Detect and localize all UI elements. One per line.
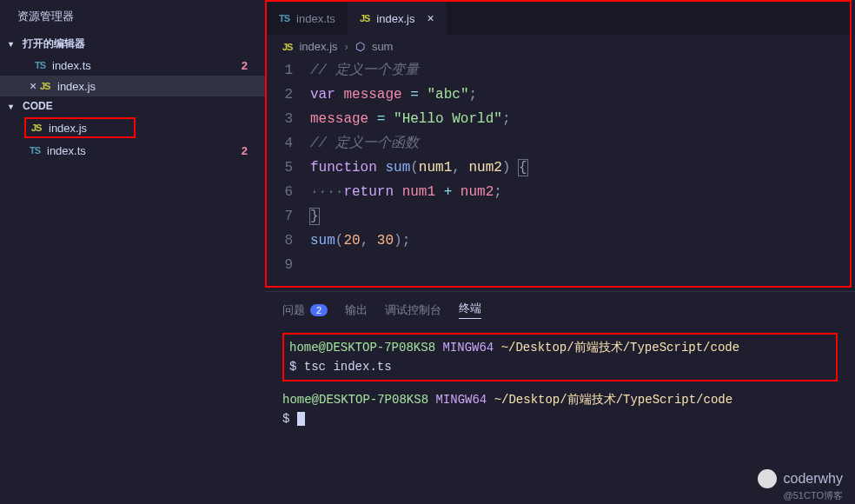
ts-icon: TS [279, 13, 289, 23]
line-number: 3 [275, 107, 310, 131]
breadcrumb-symbol: sum [372, 40, 394, 53]
problem-badge: 2 [233, 59, 256, 72]
terminal-cursor [297, 412, 305, 426]
tab-terminal[interactable]: 终端 [459, 301, 481, 319]
bottom-panel: 问题 2 输出 调试控制台 终端 home@DESKTOP-7P08KS8 MI… [265, 291, 855, 439]
symbol-icon: ⬡ [355, 40, 365, 53]
tab-label: index.ts [296, 12, 335, 25]
line-number: 4 [275, 131, 310, 156]
editor-tabs: TS index.ts JS index.js × [267, 2, 850, 35]
file-label: index.js [49, 122, 125, 135]
watermark: coderwhy [758, 469, 843, 488]
open-editor-item[interactable]: × JS index.js [0, 76, 265, 96]
workspace-header[interactable]: ▾ CODE [0, 96, 265, 116]
terminal[interactable]: home@DESKTOP-7P08KS8 MINGW64 ~/Desktop/前… [265, 328, 855, 439]
terminal-highlight: home@DESKTOP-7P08KS8 MINGW64 ~/Desktop/前… [282, 333, 838, 381]
line-number: 9 [275, 253, 310, 277]
chevron-down-icon: ▾ [9, 39, 23, 49]
js-icon: JS [360, 13, 369, 23]
file-label: index.ts [52, 59, 233, 72]
workspace-file-item[interactable]: JS index.js [24, 117, 136, 138]
breadcrumb-file: index.js [299, 40, 337, 53]
tab-debug-console[interactable]: 调试控制台 [385, 301, 441, 319]
line-number: 5 [275, 156, 310, 180]
chevron-right-icon: › [345, 40, 348, 53]
workspace-file-item[interactable]: TS index.ts 2 [0, 140, 265, 161]
line-number: 8 [275, 229, 310, 253]
chevron-down-icon: ▾ [9, 102, 23, 111]
ts-icon: TS [35, 60, 45, 70]
problems-count-badge: 2 [310, 304, 328, 316]
tab-index-ts[interactable]: TS index.ts [267, 2, 348, 35]
line-number: 7 [275, 204, 310, 229]
code-editor[interactable]: 1// 定义一个变量 2var message = "abc"; 3messag… [267, 58, 850, 286]
main-area: TS index.ts JS index.js × JS index.js › … [265, 0, 855, 504]
panel-tabs: 问题 2 输出 调试控制台 终端 [265, 292, 855, 328]
js-icon: JS [282, 42, 292, 52]
wechat-icon [758, 469, 777, 488]
tab-problems[interactable]: 问题 2 [282, 301, 328, 319]
explorer-sidebar: 资源管理器 ▾ 打开的编辑器 TS index.ts 2 × JS index.… [0, 0, 265, 504]
editor-highlight: TS index.ts JS index.js × JS index.js › … [265, 0, 852, 288]
workspace-label: CODE [23, 100, 53, 112]
line-number: 1 [275, 58, 310, 83]
explorer-title: 资源管理器 [0, 0, 265, 33]
tab-output[interactable]: 输出 [345, 301, 368, 319]
problem-badge: 2 [233, 144, 256, 157]
open-editor-item[interactable]: TS index.ts 2 [0, 55, 265, 76]
file-label: index.ts [47, 144, 233, 157]
js-icon: JS [31, 123, 41, 133]
tab-index-js[interactable]: JS index.js × [348, 2, 447, 35]
line-number: 6 [275, 180, 310, 204]
breadcrumb[interactable]: JS index.js › ⬡ sum [267, 35, 850, 58]
ts-icon: TS [30, 145, 40, 156]
open-editors-label: 打开的编辑器 [23, 36, 85, 51]
close-icon[interactable]: × [427, 11, 434, 25]
attribution: @51CTO博客 [784, 489, 843, 502]
tab-label: index.js [376, 12, 414, 25]
file-label: index.js [57, 80, 256, 93]
js-icon: JS [40, 81, 50, 91]
line-number: 2 [275, 83, 310, 107]
close-icon[interactable]: × [26, 79, 40, 93]
open-editors-header[interactable]: ▾ 打开的编辑器 [0, 33, 265, 55]
